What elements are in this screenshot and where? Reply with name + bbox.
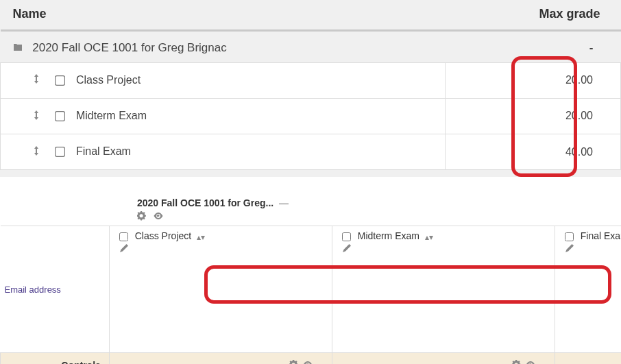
grade-setup-table: Name Max grade 2020 Fall OCE 1001 for Gr… — [0, 0, 621, 170]
folder-icon — [13, 42, 24, 56]
select-item-checkbox[interactable] — [55, 75, 65, 86]
grade-item-max: 20.00 — [446, 98, 621, 134]
sort-icon[interactable]: ▴▾ — [197, 232, 205, 242]
col-header-item: Final Exam ▴▾ — [555, 226, 621, 353]
grader-report-table: Email address Class Project ▴▾ Midterm E… — [0, 226, 621, 364]
pencil-icon[interactable] — [342, 339, 548, 348]
course-maxgrade: - — [446, 31, 621, 63]
select-column-checkbox[interactable] — [342, 232, 351, 241]
sort-icon[interactable]: ▴▾ — [425, 232, 433, 242]
grade-item-row: Final Exam 40.00 — [1, 134, 621, 170]
column-controls — [109, 353, 332, 364]
controls-row: Controls — [1, 353, 622, 364]
pencil-icon[interactable] — [119, 339, 325, 348]
pencil-icon[interactable] — [565, 339, 621, 348]
col-header-email[interactable]: Email address — [1, 226, 110, 353]
move-icon[interactable] — [34, 110, 43, 123]
select-item-checkbox[interactable] — [55, 111, 65, 121]
col-header-item: Midterm Exam ▴▾ — [332, 226, 555, 353]
grade-item-name: Class Project — [76, 74, 141, 86]
grader-category-title: 2020 Fall OCE 1001 for Greg... — [137, 197, 273, 208]
grade-item-name: Final Exam — [76, 145, 131, 157]
eye-icon[interactable] — [526, 360, 535, 364]
column-controls — [332, 353, 555, 364]
grade-item-max: 40.00 — [446, 134, 621, 170]
gear-icon[interactable] — [512, 360, 522, 364]
select-column-checkbox[interactable] — [119, 232, 128, 241]
collapse-toggle[interactable]: — — [279, 197, 289, 208]
eye-icon[interactable] — [154, 211, 163, 223]
col-header-maxgrade: Max grade — [446, 0, 621, 31]
move-icon[interactable] — [34, 74, 43, 86]
grade-item-row: Midterm Exam 20.00 — [1, 98, 621, 134]
gear-icon[interactable] — [289, 360, 299, 364]
course-row: 2020 Fall OCE 1001 for Greg Brignac - — [1, 31, 621, 63]
col-item-name[interactable]: Final Exam — [581, 231, 621, 242]
grade-item-name: Midterm Exam — [76, 110, 147, 121]
select-column-checkbox[interactable] — [565, 232, 574, 241]
col-item-name[interactable]: Class Project — [135, 231, 191, 242]
col-header-name: Name — [1, 0, 446, 31]
col-item-name[interactable]: Midterm Exam — [358, 231, 419, 242]
eye-icon[interactable] — [303, 360, 313, 364]
grade-item-row: Class Project 20.00 — [1, 62, 621, 98]
controls-label: Controls — [1, 353, 110, 364]
col-header-item: Class Project ▴▾ — [109, 226, 332, 353]
move-icon[interactable] — [34, 146, 43, 158]
select-item-checkbox[interactable] — [55, 147, 65, 157]
course-title: 2020 Fall OCE 1001 for Greg Brignac — [32, 41, 226, 54]
gear-icon[interactable] — [137, 211, 147, 223]
grade-item-max: 20.00 — [446, 62, 621, 98]
column-controls — [555, 353, 621, 364]
grader-category-header: 2020 Fall OCE 1001 for Greg... — — [0, 197, 621, 223]
